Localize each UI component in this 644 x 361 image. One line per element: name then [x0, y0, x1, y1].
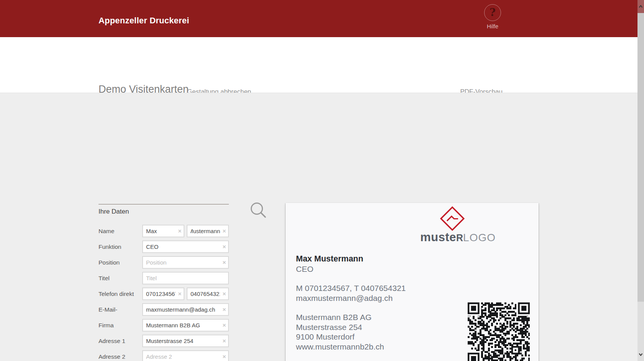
brand-title: Appenzeller Druckerei — [99, 16, 189, 26]
card-phone-email: M 0701234567, T 0407654321 maxmustermann… — [296, 283, 406, 303]
card-role: CEO — [296, 265, 314, 273]
logo-text-r: R — [456, 232, 463, 243]
diamond-logo-icon — [440, 206, 465, 233]
form-row-titel: Titel — [99, 272, 229, 284]
clear-icon[interactable]: ✕ — [222, 354, 226, 359]
firma-field: ✕ — [142, 319, 229, 332]
logo-wordmark: musteRLOGO — [420, 231, 496, 243]
card-website: www.mustermannb2b.ch — [296, 342, 384, 351]
adresse-2-field: ✕ — [142, 350, 229, 361]
card-contact-block: Max Mustermann CEO M 0701234567, T 04076… — [296, 254, 406, 361]
first-name-field: ✕ — [142, 225, 184, 237]
email-field: ✕ — [142, 303, 229, 316]
adresse-2-input[interactable] — [143, 351, 228, 361]
card-name: Max Mustermann — [296, 254, 363, 263]
position-field: ✕ — [142, 256, 229, 269]
chevron-down-icon — [639, 353, 643, 356]
scroll-up-button[interactable] — [637, 0, 644, 13]
telefon-direkt-festnetz-field: ✕ — [187, 287, 229, 300]
last-name-field: ✕ — [187, 225, 229, 237]
form-row-position: Position✕ — [99, 256, 229, 269]
clear-icon[interactable]: ✕ — [222, 323, 226, 328]
clear-icon[interactable]: ✕ — [222, 292, 226, 296]
clear-icon[interactable]: ✕ — [222, 229, 226, 234]
field-label: E-Mail- — [99, 306, 142, 313]
form-row-adresse-2: Adresse 2✕ — [99, 350, 229, 361]
email-input[interactable] — [143, 304, 228, 315]
firma-input[interactable] — [143, 320, 228, 331]
logo-text-logo: LOGO — [463, 232, 496, 243]
app-header: Appenzeller Druckerei ? Hilfe — [0, 0, 644, 37]
main-area: Ihre Daten Name✕✕Funktion✕Position✕Titel… — [0, 93, 644, 361]
form-row-email: E-Mail-✕ — [99, 303, 229, 316]
card-street: Musterstrasse 254 — [296, 323, 362, 332]
magnifier-icon[interactable] — [248, 201, 268, 222]
field-label: Position — [99, 259, 142, 266]
titel-field — [142, 272, 229, 284]
form-row-telefon-direkt-mobil: Telefon direkt✕✕ — [99, 287, 229, 300]
section-divider — [99, 204, 229, 204]
card-phone-line: M 0701234567, T 0407654321 — [296, 284, 406, 292]
field-label: Telefon direkt — [99, 291, 142, 297]
form-row-first-name: Name✕✕ — [99, 225, 229, 237]
form-row-firma: Firma✕ — [99, 319, 229, 332]
card-email: maxmustermann@adag.ch — [296, 294, 393, 302]
titel-input[interactable] — [143, 273, 228, 284]
card-identity: Max Mustermann CEO — [296, 254, 406, 274]
your-data-form: Ihre Daten Name✕✕Funktion✕Position✕Titel… — [99, 204, 229, 361]
card-city: 9100 Musterdorf — [296, 332, 355, 341]
question-mark-icon: ? — [484, 4, 501, 21]
clear-icon[interactable]: ✕ — [222, 339, 226, 343]
form-row-funktion: Funktion✕ — [99, 240, 229, 253]
telefon-direkt-mobil-field: ✕ — [142, 287, 184, 300]
clear-icon[interactable]: ✕ — [222, 260, 226, 265]
field-label: Titel — [99, 275, 142, 282]
card-company: Mustermann B2B AG — [296, 313, 371, 322]
adresse-1-input[interactable] — [143, 335, 228, 346]
section-title: Ihre Daten — [99, 208, 229, 216]
funktion-input[interactable] — [143, 241, 228, 252]
scrollbar-thumb[interactable] — [637, 13, 644, 302]
adresse-1-field: ✕ — [142, 335, 229, 347]
funktion-field: ✕ — [142, 240, 229, 253]
toolbar: Demo Visitenkarten Gestaltung abbrechen … — [0, 37, 644, 93]
field-label: Adresse 2 — [99, 353, 142, 360]
clear-icon[interactable]: ✕ — [178, 292, 182, 296]
field-label: Funktion — [99, 243, 142, 250]
help-button[interactable]: ? Hilfe — [480, 4, 505, 29]
form-rows: Name✕✕Funktion✕Position✕TitelTelefon dir… — [99, 225, 229, 361]
field-label: Name — [99, 228, 142, 235]
field-label: Adresse 1 — [99, 338, 142, 345]
card-address: Mustermann B2B AG Musterstrasse 254 9100… — [296, 312, 406, 351]
qr-code — [468, 302, 530, 361]
vertical-scrollbar[interactable] — [637, 0, 644, 361]
form-row-adresse-1: Adresse 1✕ — [99, 335, 229, 347]
logo-text-muster: muste — [420, 230, 456, 244]
help-label: Hilfe — [480, 23, 505, 29]
position-input[interactable] — [143, 257, 228, 268]
field-label: Firma — [99, 322, 142, 329]
scroll-down-button[interactable] — [637, 348, 644, 361]
clear-icon[interactable]: ✕ — [222, 245, 226, 249]
clear-icon[interactable]: ✕ — [222, 307, 226, 312]
chevron-up-icon — [639, 5, 643, 8]
business-card-preview: musteRLOGO Max Mustermann CEO M 07012345… — [286, 203, 539, 361]
clear-icon[interactable]: ✕ — [178, 229, 182, 234]
